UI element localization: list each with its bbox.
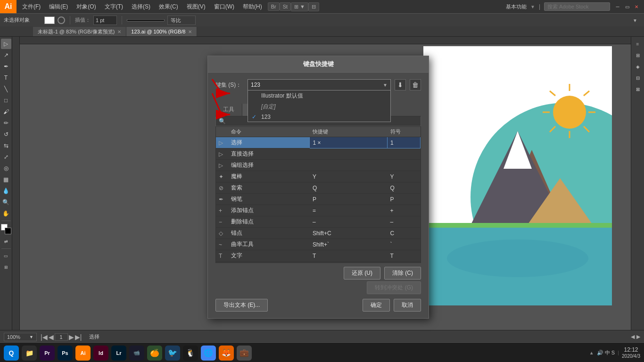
taskbar-photoshop-icon[interactable]: Ps bbox=[58, 346, 73, 361]
taskbar-browser-icon[interactable]: Q bbox=[4, 346, 19, 361]
table-row[interactable]: ⬜区域文字 bbox=[216, 262, 421, 263]
eyedropper-tool-btn[interactable]: 💧 bbox=[1, 186, 11, 196]
scroll-left-btn[interactable]: ◀ bbox=[631, 334, 635, 340]
selection-tool-btn[interactable]: ▷ bbox=[1, 39, 11, 49]
rect-tool-btn[interactable]: □ bbox=[1, 95, 11, 106]
menu-select[interactable]: 选择(S) bbox=[128, 1, 154, 13]
blend-tool-btn[interactable]: ◎ bbox=[1, 163, 11, 173]
prev-page-btn[interactable]: ◀ bbox=[49, 333, 54, 341]
delete-keyset-btn[interactable]: 🗑 bbox=[410, 79, 421, 90]
table-row[interactable]: ~曲率工具Shift+`` bbox=[216, 239, 421, 250]
paintbrush-tool-btn[interactable]: 🖌 bbox=[1, 107, 11, 117]
minimize-button[interactable]: ─ bbox=[614, 3, 621, 10]
taskbar-file-manager-icon[interactable]: 💼 bbox=[237, 346, 252, 361]
taskbar-chrome-icon[interactable]: 🌐 bbox=[201, 346, 216, 361]
table-row[interactable]: ▷选择1 ×1 bbox=[216, 137, 421, 148]
cmd-shortcut-cell[interactable]: P bbox=[310, 194, 388, 205]
tab-tools[interactable]: 工具 bbox=[215, 104, 242, 116]
cmd-shortcut-cell[interactable]: Shift+C bbox=[310, 228, 388, 239]
swap-colors-btn[interactable]: ⇄ bbox=[1, 236, 11, 247]
cmd-shortcut-cell[interactable] bbox=[310, 160, 388, 171]
line-tool-btn[interactable]: ╲ bbox=[1, 84, 11, 94]
taskbar-penguin-icon[interactable]: 🐧 bbox=[183, 346, 198, 361]
next-page-btn[interactable]: ▶ bbox=[69, 333, 74, 341]
close-tab-1-icon[interactable]: ✕ bbox=[117, 29, 121, 34]
taskbar-premiere-icon[interactable]: Pr bbox=[40, 346, 55, 361]
stock-button[interactable]: St bbox=[280, 2, 291, 11]
align-panel-btn[interactable]: ⊟ bbox=[633, 73, 643, 83]
table-row[interactable]: ✒钢笔PP bbox=[216, 194, 421, 205]
transform-panel-btn[interactable]: ⊠ bbox=[633, 84, 643, 94]
cmd-shortcut-cell[interactable]: 1 × bbox=[310, 137, 388, 148]
goto-conflict-button[interactable]: 转到冲突处 (G) bbox=[367, 281, 421, 294]
table-row[interactable]: +添加锚点=+ bbox=[216, 205, 421, 216]
zoom-tool-btn[interactable]: 🔍 bbox=[1, 197, 11, 207]
foreground-color[interactable] bbox=[1, 224, 11, 234]
menu-edit[interactable]: 编辑(E) bbox=[45, 1, 72, 13]
menu-file[interactable]: 文件(F) bbox=[18, 1, 44, 13]
appearance-panel-btn[interactable]: ◈ bbox=[633, 61, 643, 72]
taskbar-melon-icon[interactable]: 🍊 bbox=[147, 346, 162, 361]
arrange-button[interactable]: ⊟ bbox=[308, 2, 319, 11]
keyset-option-123[interactable]: ✓ 123 bbox=[248, 112, 390, 122]
clear-button[interactable]: 清除 (C) bbox=[384, 267, 421, 280]
scale-tool-btn[interactable]: ⤢ bbox=[1, 152, 11, 162]
cmd-shortcut-cell[interactable] bbox=[310, 262, 388, 263]
taskbar-lightroom-icon[interactable]: Lr bbox=[111, 346, 126, 361]
last-page-btn[interactable]: ▶| bbox=[75, 333, 82, 341]
mirror-tool-btn[interactable]: ⇆ bbox=[1, 140, 11, 151]
cmd-shortcut-cell[interactable]: Y bbox=[310, 171, 388, 182]
keyset-option-custom[interactable]: ✓ [自定] bbox=[248, 101, 390, 112]
close-button[interactable]: ✕ bbox=[633, 3, 640, 10]
artboard-btn[interactable]: ⊞ bbox=[1, 262, 11, 272]
menu-window[interactable]: 窗口(W) bbox=[210, 1, 238, 13]
cmd-shortcut-cell[interactable]: = bbox=[310, 205, 388, 216]
cmd-shortcut-cell[interactable]: T bbox=[310, 250, 388, 262]
table-row[interactable]: ▷直接选择 bbox=[216, 148, 421, 160]
restore-button[interactable]: 还原 (U) bbox=[344, 267, 380, 280]
adobe-stock-search[interactable] bbox=[544, 2, 610, 11]
direct-selection-tool-btn[interactable]: ↗ bbox=[1, 50, 11, 60]
restore-button[interactable]: ▭ bbox=[623, 3, 631, 10]
cmd-shortcut-cell[interactable]: Q bbox=[310, 182, 388, 194]
close-tab-2-icon[interactable]: ✕ bbox=[188, 29, 192, 34]
keyset-option-default[interactable]: ✓ Illustrator 默认值 bbox=[248, 90, 390, 101]
hand-tool-btn[interactable]: ✋ bbox=[1, 208, 11, 219]
table-row[interactable]: ◇锚点Shift+CC bbox=[216, 228, 421, 239]
properties-panel-btn[interactable]: ⊞ bbox=[633, 50, 643, 60]
table-row[interactable]: ▷编组选择 bbox=[216, 160, 421, 171]
page-number-input[interactable] bbox=[55, 333, 68, 341]
cmd-shortcut-cell[interactable]: – bbox=[310, 216, 388, 228]
menu-effect[interactable]: 效果(C) bbox=[155, 1, 182, 13]
keyset-dropdown[interactable]: 123 ▼ bbox=[248, 79, 391, 90]
screen-mode-btn[interactable]: ▭ bbox=[1, 251, 11, 261]
text-tool-btn[interactable]: T bbox=[1, 73, 11, 83]
rotate-tool-btn[interactable]: ↺ bbox=[1, 129, 11, 140]
scroll-right-btn[interactable]: ▶ bbox=[636, 334, 640, 340]
table-row[interactable]: ✦魔棒YY bbox=[216, 171, 421, 182]
cmd-shortcut-cell[interactable]: Shift+` bbox=[310, 239, 388, 250]
stroke-dropdown[interactable]: 等比 ▼ bbox=[167, 16, 640, 25]
first-page-btn[interactable]: |◀ bbox=[41, 333, 48, 341]
zoom-selector[interactable]: 100% ▼ bbox=[4, 333, 37, 341]
table-row[interactable]: −删除锚点–– bbox=[216, 216, 421, 228]
doc-tab-2[interactable]: 123.ai @ 100% (RGB/8 ✕ bbox=[126, 27, 197, 36]
menu-object[interactable]: 对象(O) bbox=[73, 1, 99, 13]
menu-help[interactable]: 帮助(H) bbox=[239, 1, 266, 13]
pencil-tool-btn[interactable]: ✏ bbox=[1, 118, 11, 128]
cancel-button[interactable]: 取消 bbox=[394, 299, 421, 312]
doc-tab-1[interactable]: 未标题-1 @ 83% (RGB/像素预览) ✕ bbox=[33, 27, 126, 36]
cmd-shortcut-cell[interactable] bbox=[310, 148, 388, 160]
export-text-button[interactable]: 导出文本 (E)... bbox=[215, 299, 268, 312]
ok-button[interactable]: 确定 bbox=[363, 299, 390, 312]
menu-view[interactable]: 视图(V) bbox=[183, 1, 209, 13]
menu-text[interactable]: 文字(T) bbox=[101, 1, 127, 13]
stroke-color-swatch[interactable] bbox=[58, 16, 65, 24]
taskbar-folder-icon[interactable]: 📁 bbox=[22, 346, 37, 361]
command-table-wrapper[interactable]: 命令 快捷键 符号 ▷选择1 ×1▷直接选择▷编组选择✦魔棒YY⊘套索QQ✒钢笔… bbox=[215, 126, 421, 263]
bridge-button[interactable]: Br bbox=[268, 2, 280, 11]
taskbar-bird-icon[interactable]: 🐦 bbox=[165, 346, 180, 361]
save-keyset-btn[interactable]: ⬇ bbox=[395, 79, 406, 90]
gradient-tool-btn[interactable]: ▦ bbox=[1, 174, 11, 185]
layers-panel-btn[interactable]: ≡ bbox=[633, 39, 643, 49]
